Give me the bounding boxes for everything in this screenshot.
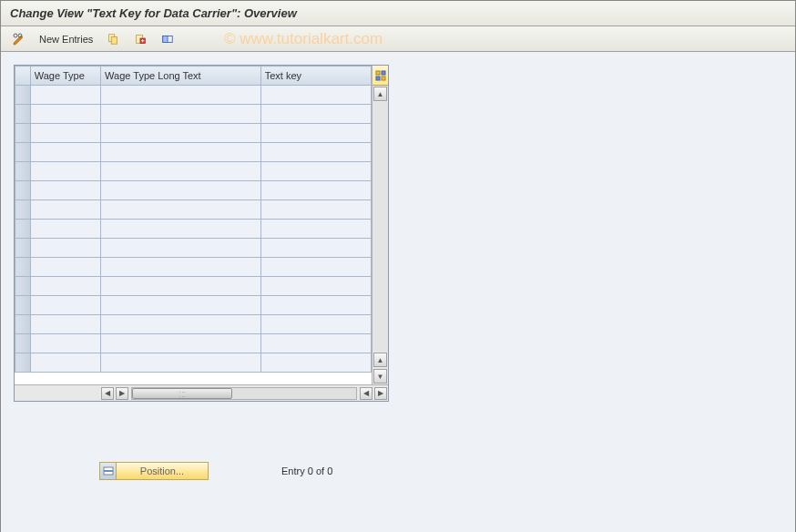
cell-wage-type[interactable] (30, 220, 100, 239)
cell-wage-type-long[interactable] (101, 296, 261, 315)
vertical-scrollbar: ▲ ▲ ▼ (372, 66, 388, 384)
cell-text-key[interactable] (260, 239, 371, 258)
cell-wage-type-long[interactable] (101, 334, 261, 353)
cell-text-key[interactable] (260, 353, 371, 373)
col-header-wage-type[interactable]: Wage Type (30, 66, 100, 86)
cell-text-key[interactable] (260, 200, 371, 220)
cell-wage-type-long[interactable] (101, 220, 261, 239)
cell-wage-type[interactable] (30, 315, 100, 334)
cell-text-key[interactable] (260, 143, 371, 162)
scroll-down-button[interactable]: ▲ (373, 353, 387, 367)
row-selector[interactable] (15, 239, 31, 258)
toggle-change-button[interactable] (8, 30, 30, 48)
cell-wage-type-long[interactable] (101, 239, 261, 258)
table-row (15, 334, 372, 353)
cell-wage-type-long[interactable] (101, 86, 261, 105)
delete-icon (133, 32, 148, 46)
row-selector[interactable] (15, 181, 31, 200)
cell-wage-type-long[interactable] (101, 353, 261, 373)
hscroll-thumb[interactable] (132, 388, 232, 399)
position-icon (100, 463, 117, 479)
cell-text-key[interactable] (260, 181, 371, 200)
cell-wage-type[interactable] (30, 86, 100, 105)
content-area: Wage Type Wage Type Long Text Text key ▲ (1, 52, 795, 532)
row-selector[interactable] (15, 200, 31, 220)
row-selector[interactable] (15, 258, 31, 277)
row-selector[interactable] (15, 315, 31, 334)
cell-wage-type-long[interactable] (101, 162, 261, 181)
cell-wage-type[interactable] (30, 239, 100, 258)
scroll-bottom-button[interactable]: ▼ (373, 369, 387, 384)
cell-text-key[interactable] (260, 162, 371, 181)
row-selector[interactable] (15, 296, 31, 315)
row-selector[interactable] (15, 105, 31, 124)
row-selector[interactable] (15, 220, 31, 239)
table-settings-button[interactable] (372, 66, 388, 86)
footer-section: Position... Entry 0 of 0 (99, 462, 332, 480)
cell-wage-type-long[interactable] (101, 258, 261, 277)
svg-rect-8 (376, 71, 380, 75)
row-selector[interactable] (15, 162, 31, 181)
cell-text-key[interactable] (260, 334, 371, 353)
svg-rect-7 (163, 36, 168, 42)
watermark-text: © www.tutorialkart.com (224, 30, 383, 48)
scroll-left-button[interactable]: ◀ (101, 387, 114, 400)
row-selector[interactable] (15, 86, 31, 105)
table-row (15, 277, 372, 296)
scroll-right2-button[interactable]: ▶ (374, 387, 387, 400)
cell-wage-type[interactable] (30, 181, 100, 200)
cell-wage-type[interactable] (30, 296, 100, 315)
row-selector[interactable] (15, 277, 31, 296)
new-entries-button[interactable]: New Entries (36, 32, 97, 46)
cell-wage-type-long[interactable] (101, 105, 261, 124)
scroll-up-button[interactable]: ▲ (373, 87, 387, 101)
cell-text-key[interactable] (260, 315, 371, 334)
cell-text-key[interactable] (260, 105, 371, 124)
cell-wage-type[interactable] (30, 124, 100, 143)
row-selector[interactable] (15, 353, 31, 373)
cell-text-key[interactable] (260, 258, 371, 277)
cell-wage-type[interactable] (30, 353, 100, 373)
cell-wage-type-long[interactable] (101, 124, 261, 143)
table-row (15, 353, 372, 373)
cell-wage-type[interactable] (30, 105, 100, 124)
cell-text-key[interactable] (260, 277, 371, 296)
cell-text-key[interactable] (260, 220, 371, 239)
cell-wage-type[interactable] (30, 334, 100, 353)
delete-button[interactable] (129, 30, 151, 48)
copy-button[interactable] (102, 30, 124, 48)
select-all-header[interactable] (15, 66, 31, 86)
cell-wage-type[interactable] (30, 258, 100, 277)
scroll-right-button[interactable]: ◀ (360, 387, 372, 400)
cell-wage-type-long[interactable] (101, 143, 261, 162)
hscroll-track[interactable] (131, 387, 357, 400)
table-row (15, 315, 372, 334)
position-label: Position... (117, 466, 208, 476)
col-header-wage-long[interactable]: Wage Type Long Text (101, 66, 261, 86)
col-header-text-key[interactable]: Text key (260, 66, 371, 86)
cell-wage-type[interactable] (30, 200, 100, 220)
cell-wage-type[interactable] (30, 277, 100, 296)
row-selector[interactable] (15, 334, 31, 353)
row-selector[interactable] (15, 124, 31, 143)
select-all-button[interactable] (157, 30, 179, 48)
cell-text-key[interactable] (260, 124, 371, 143)
scroll-left2-button[interactable]: ▶ (116, 387, 128, 400)
cell-text-key[interactable] (260, 296, 371, 315)
cell-text-key[interactable] (260, 86, 371, 105)
entry-count-text: Entry 0 of 0 (281, 466, 332, 476)
row-selector[interactable] (15, 143, 31, 162)
table-row (15, 181, 372, 200)
cell-wage-type[interactable] (30, 143, 100, 162)
position-button[interactable]: Position... (99, 462, 209, 480)
pencil-glasses-icon (12, 32, 26, 46)
cell-wage-type-long[interactable] (101, 181, 261, 200)
horizontal-scrollbar: ◀ ▶ ◀ ▶ (15, 384, 388, 401)
cell-wage-type-long[interactable] (101, 200, 261, 220)
table-row (15, 124, 372, 143)
vscroll-track[interactable] (372, 102, 388, 352)
cell-wage-type[interactable] (30, 162, 100, 181)
cell-wage-type-long[interactable] (101, 315, 261, 334)
cell-wage-type-long[interactable] (101, 277, 261, 296)
new-entries-label: New Entries (39, 34, 93, 45)
